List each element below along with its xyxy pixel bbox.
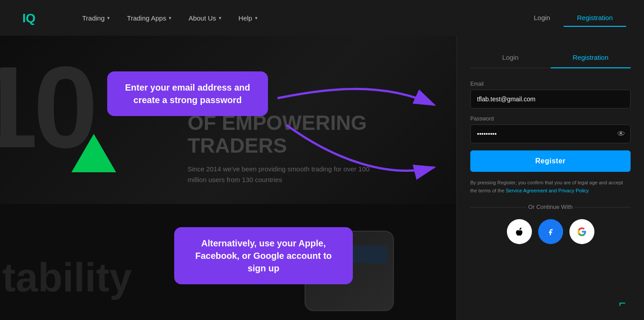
green-triangle-decoration	[71, 134, 116, 172]
password-label: Password	[470, 116, 631, 122]
registration-panel: Login Registration Email Password 👁 Regi…	[456, 36, 644, 320]
password-wrapper: 👁	[470, 125, 631, 143]
tab-login[interactable]: Login	[520, 9, 564, 27]
website-background: 10 OF EMPOWERINGTRADERS Since 2014 we've…	[0, 36, 456, 320]
google-login-button[interactable]	[569, 219, 594, 244]
terms-link[interactable]: Service Agreement and Privacy Policy	[506, 188, 589, 193]
social-login-buttons	[470, 219, 631, 244]
hero-section: OF EMPOWERINGTRADERS Since 2014 we've be…	[188, 112, 375, 185]
profitability-text: itability	[0, 258, 132, 298]
tooltip-email: Enter your email address and create a st…	[107, 71, 268, 116]
toggle-password-icon[interactable]: 👁	[617, 129, 625, 139]
facebook-login-button[interactable]	[538, 219, 563, 244]
password-field-group: Password 👁	[470, 116, 631, 143]
nav-trading[interactable]: Trading ▾	[76, 11, 116, 25]
nav-help[interactable]: Help ▾	[232, 11, 264, 25]
nav-auth-tabs: Login Registration	[520, 9, 626, 27]
navbar: IQ Trading ▾ Trading Apps ▾ About Us ▾ H…	[0, 0, 644, 36]
email-label: Email	[470, 81, 631, 87]
chevron-down-icon: ▾	[107, 15, 110, 21]
tab-registration[interactable]: Registration	[564, 9, 626, 27]
chevron-down-icon: ▾	[169, 15, 171, 21]
svg-text:IQ: IQ	[22, 11, 36, 25]
nav-trading-apps[interactable]: Trading Apps ▾	[121, 11, 178, 25]
or-continue-divider: Or Continue With	[470, 204, 631, 210]
brand-logo-bottom: ⌐	[619, 294, 637, 313]
form-tab-login[interactable]: Login	[470, 49, 551, 68]
register-button[interactable]: Register	[470, 150, 631, 172]
form-tabs: Login Registration	[470, 49, 631, 68]
nav-about-us[interactable]: About Us ▾	[182, 11, 228, 25]
apple-login-button[interactable]	[507, 219, 532, 244]
tooltip-social: Alternatively, use your Apple, Facebook,…	[174, 227, 353, 284]
hero-subtitle: Since 2014 we've been providing smooth t…	[188, 164, 375, 185]
svg-text:⌐: ⌐	[619, 296, 626, 310]
email-field-group: Email	[470, 81, 631, 108]
terms-text: By pressing Register, you confirm that y…	[470, 179, 631, 195]
nav-links: Trading ▾ Trading Apps ▾ About Us ▾ Help…	[76, 11, 520, 25]
chevron-down-icon: ▾	[219, 15, 222, 21]
hero-title: OF EMPOWERINGTRADERS	[188, 112, 375, 157]
nav-logo: IQ	[18, 7, 63, 29]
email-input[interactable]	[470, 90, 631, 108]
form-tab-registration[interactable]: Registration	[551, 49, 631, 68]
password-input[interactable]	[470, 125, 631, 143]
main-area: 10 OF EMPOWERINGTRADERS Since 2014 we've…	[0, 36, 644, 320]
chevron-down-icon: ▾	[255, 15, 258, 21]
